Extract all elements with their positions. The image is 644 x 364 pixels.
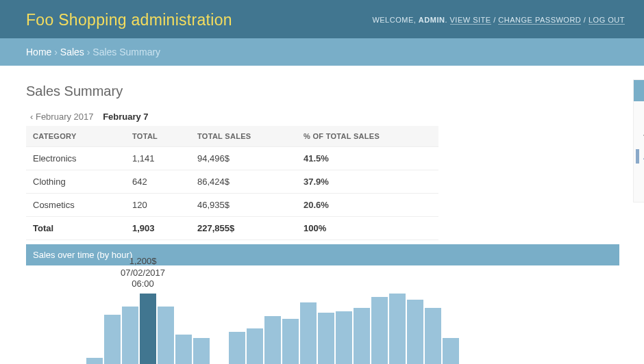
chart-bar[interactable] (140, 294, 156, 364)
brand-title: Foo Shopping administration (26, 11, 232, 29)
chart-bar[interactable] (264, 316, 281, 364)
tooltip-value: 1,200$ (129, 256, 157, 266)
cell-total: 1,141 (125, 147, 190, 170)
cell-category: Electronics (26, 147, 125, 170)
chart-bar[interactable] (86, 358, 103, 364)
date-back-link[interactable]: ‹ February 2017 (30, 112, 94, 122)
change-password-link[interactable]: CHANGE PASSWORD (498, 16, 581, 25)
admin-username: ADMIN (419, 16, 445, 24)
breadcrumb-sep: › (51, 47, 60, 57)
chart-bar[interactable] (175, 335, 192, 364)
cell-category: Total (26, 217, 125, 240)
chart-bar[interactable] (371, 297, 388, 364)
chart-bar[interactable] (318, 313, 334, 364)
cell-total: 120 (125, 194, 190, 217)
sales-over-time-header: Sales over time (by hour) (26, 244, 619, 265)
table-row: Electronics1,14194,496$41.5% (26, 147, 438, 170)
cell-pct: 100% (297, 217, 438, 240)
chart-bar[interactable] (247, 328, 263, 364)
chart-bar[interactable] (300, 302, 317, 364)
sales-bar-chart: 1,200$ 07/02/2017 06:00 (26, 278, 619, 364)
chart-tooltip: 1,200$ 07/02/2017 06:00 (121, 256, 165, 289)
cell-category: Cosmetics (26, 194, 125, 217)
table-row: Cosmetics12046,935$20.6% (26, 194, 438, 217)
chart-bar[interactable] (193, 338, 210, 364)
th-category: CATEGORY (26, 126, 125, 147)
top-bar: Foo Shopping administration WELCOME, ADM… (0, 0, 644, 38)
chart-bar[interactable] (407, 300, 423, 364)
chart-bar[interactable] (425, 308, 441, 364)
chart-bar[interactable] (158, 307, 174, 364)
th-total: TOTAL (125, 126, 190, 147)
cell-total-sales: 94,496$ (190, 147, 297, 170)
page-title: Sales Summary (26, 83, 619, 99)
chart-bar[interactable] (282, 319, 299, 364)
cell-pct: 41.5% (297, 147, 438, 170)
chart-bar[interactable] (336, 311, 352, 364)
cell-pct: 37.9% (297, 170, 438, 194)
log-out-link[interactable]: LOG OUT (589, 16, 625, 25)
user-links: WELCOME, ADMIN. VIEW SITE / CHANGE PASSW… (372, 16, 625, 24)
table-row: Clothing64286,424$37.9% (26, 170, 438, 194)
chart-bar[interactable] (104, 315, 121, 364)
filter-option-all[interactable]: All (636, 149, 644, 164)
th-total-sales: TOTAL SALES (190, 126, 297, 147)
dot: . (445, 16, 449, 24)
filter-header: FILTER (634, 80, 644, 101)
sep: / (491, 16, 499, 24)
tooltip-date: 07/02/2017 (121, 268, 165, 278)
cell-pct: 20.6% (297, 194, 438, 217)
th-pct: % OF TOTAL SALES (297, 126, 438, 147)
date-navigation: ‹ February 2017 February 7 (30, 112, 619, 122)
chart-bar[interactable] (229, 332, 245, 364)
sales-chart-container: 1,200$ 07/02/2017 06:00 (26, 265, 619, 364)
table-total-row: Total1,903227,855$100% (26, 217, 438, 240)
welcome-label: WELCOME, (372, 16, 418, 24)
chart-bar[interactable] (443, 338, 459, 364)
cell-total-sales: 86,424$ (190, 170, 297, 194)
breadcrumb-home[interactable]: Home (26, 47, 51, 57)
breadcrumb-sales[interactable]: Sales (60, 47, 84, 57)
cell-total: 1,903 (125, 217, 190, 240)
breadcrumb-current: Sales Summary (92, 47, 160, 57)
view-site-link[interactable]: VIEW SITE (450, 16, 491, 25)
breadcrumb: Home › Sales › Sales Summary (0, 38, 644, 66)
chart-bar[interactable] (122, 307, 138, 364)
sales-summary-table: CATEGORY TOTAL TOTAL SALES % OF TOTAL SA… (26, 126, 438, 240)
cell-category: Clothing (26, 170, 125, 194)
table-header-row: CATEGORY TOTAL TOTAL SALES % OF TOTAL SA… (26, 126, 438, 147)
chart-bar[interactable] (389, 294, 406, 364)
cell-total: 642 (125, 170, 190, 194)
chart-bar[interactable] (354, 308, 370, 364)
breadcrumb-sep: › (84, 47, 92, 57)
date-current: February 7 (103, 112, 148, 122)
cell-total-sales: 46,935$ (190, 194, 297, 217)
filter-panel: FILTER By Device Type AllDesktopMobile (633, 79, 644, 203)
cell-total-sales: 227,855$ (190, 217, 297, 240)
sep: / (581, 16, 589, 24)
tooltip-time: 06:00 (132, 278, 154, 289)
